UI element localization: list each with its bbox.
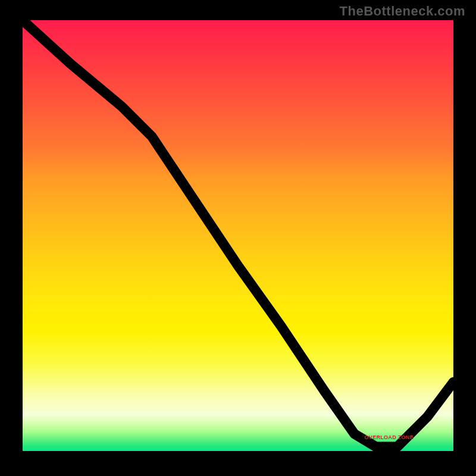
watermark-text: TheBottleneck.com <box>340 4 465 19</box>
overload-zone-annotation: OVERLOAD ZONE <box>365 434 414 440</box>
bottleneck-curve <box>23 20 453 447</box>
chart-frame: TheBottleneck.com OVERLOAD ZONE <box>0 0 476 476</box>
plot-area: OVERLOAD ZONE <box>23 20 453 451</box>
chart-svg <box>23 20 453 451</box>
